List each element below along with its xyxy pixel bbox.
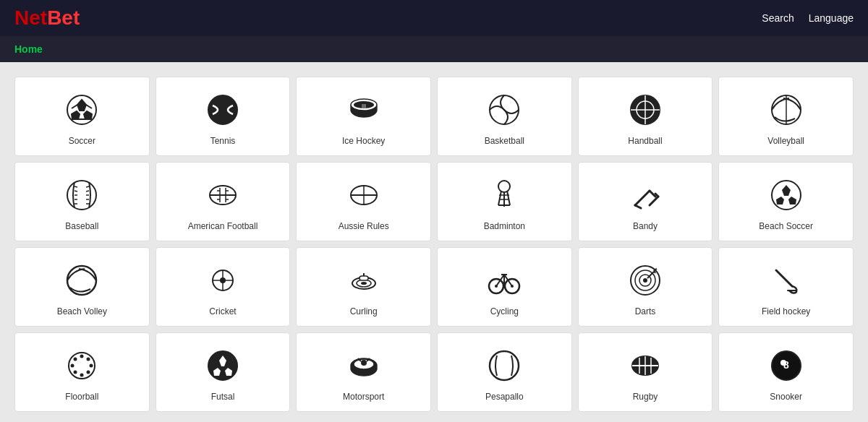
svg-text:8: 8 [783,359,789,371]
sport-label-field-hockey: Field hockey [762,306,810,316]
volleyball-icon [767,91,805,129]
baseball-icon [63,176,101,214]
logo-net: Net [14,7,47,29]
sport-card-curling[interactable]: Curling [296,247,431,327]
svg-point-80 [643,278,647,283]
svg-point-87 [74,358,77,361]
beach-volley-icon [63,262,101,299]
sport-card-cycling[interactable]: Cycling [437,247,572,327]
svg-line-84 [776,270,792,286]
sport-card-badminton[interactable]: Badminton [437,162,572,241]
sport-label-floorball: Floorball [65,392,98,402]
cycling-icon [485,262,523,299]
sport-card-aussie-rules[interactable]: Aussie Rules [296,162,431,241]
svg-point-92 [74,371,77,374]
site-logo[interactable]: NetBet [14,7,80,30]
cricket-icon [204,262,242,299]
sport-label-beach-soccer: Beach Soccer [759,221,813,231]
sports-grid: SoccerTennis|||Ice HockeyBasketballHandb… [14,77,854,412]
rugby-icon [626,347,664,384]
sport-card-futsal[interactable]: Futsal [156,332,291,412]
logo-bet: Bet [47,7,80,29]
sport-card-basketball[interactable]: Basketball [437,77,572,156]
svg-point-93 [80,374,84,377]
svg-point-91 [90,364,93,368]
sport-label-basketball: Basketball [485,136,524,146]
sport-card-cricket[interactable]: Cricket [156,247,291,327]
svg-line-52 [635,205,641,208]
sport-card-beach-soccer[interactable]: Beach Soccer [718,162,854,241]
basketball-icon [485,91,523,129]
svg-point-63 [220,277,226,283]
sport-card-american-football[interactable]: American Football [156,162,291,241]
bandy-icon [626,176,664,214]
snooker-icon: 8 [767,347,805,384]
darts-icon [626,262,664,299]
sport-card-rugby[interactable]: Rugby [578,332,713,412]
pesapallo-icon [485,347,523,384]
svg-point-105 [490,351,519,380]
header-nav: Search Language [762,12,854,24]
sport-card-handball[interactable]: Handball [578,77,713,156]
motorsport-icon [345,347,383,384]
svg-point-21 [67,181,96,210]
sport-card-snooker[interactable]: 8Snooker [718,332,854,412]
sport-label-beach-volley: Beach Volley [57,306,107,316]
sport-card-ice-hockey[interactable]: |||Ice Hockey [296,77,431,156]
svg-line-27 [86,186,89,187]
svg-point-89 [87,358,90,361]
sport-card-motorsport[interactable]: Motorsport [296,332,431,412]
home-link[interactable]: Home [14,43,43,55]
soccer-icon [63,91,101,129]
svg-rect-67 [359,276,368,280]
sport-card-bandy[interactable]: Bandy [578,162,713,241]
svg-line-50 [635,191,650,205]
sport-label-badminton: Badminton [484,221,525,231]
sport-card-soccer[interactable]: Soccer [14,77,150,156]
sport-label-snooker: Snooker [770,392,802,402]
site-header: NetBet Search Language [0,0,868,36]
sport-label-futsal: Futsal [211,392,235,402]
svg-point-9 [208,95,237,124]
sport-label-tennis: Tennis [210,136,236,146]
sport-card-pesapallo[interactable]: Pesapallo [437,332,572,412]
main-content: SoccerTennis|||Ice HockeyBasketballHandb… [0,62,868,422]
sport-label-baseball: Baseball [65,221,98,231]
svg-point-43 [498,181,510,192]
svg-line-44 [498,191,501,205]
svg-point-59 [67,266,96,295]
field-hockey-icon [767,262,805,299]
curling-icon [345,262,383,299]
sport-label-darts: Darts [635,306,656,316]
search-link[interactable]: Search [762,12,793,24]
sport-card-baseball[interactable]: Baseball [14,162,150,241]
sport-label-bandy: Bandy [633,221,658,231]
sport-card-beach-volley[interactable]: Beach Volley [14,247,150,327]
sport-card-field-hockey[interactable]: Field hockey [718,247,854,327]
sport-label-rugby: Rugby [633,392,658,402]
beach-soccer-icon [767,176,805,214]
sport-card-floorball[interactable]: Floorball [14,332,150,412]
svg-point-94 [87,371,90,374]
handball-icon [626,91,664,129]
sport-label-ice-hockey: Ice Hockey [342,136,385,146]
tennis-icon [204,91,242,129]
sport-label-cricket: Cricket [209,306,236,316]
sport-label-cycling: Cycling [490,306,519,316]
american-football-icon [204,176,242,214]
svg-text:|||: ||| [362,103,366,109]
sport-card-tennis[interactable]: Tennis [156,77,291,156]
svg-line-28 [86,191,89,191]
sport-label-motorsport: Motorsport [343,392,384,402]
sport-card-darts[interactable]: Darts [578,247,713,327]
svg-line-23 [75,191,77,191]
svg-point-90 [71,364,75,368]
floorball-icon [63,347,101,384]
sport-label-volleyball: Volleyball [767,136,804,146]
sport-card-volleyball[interactable]: Volleyball [718,77,854,156]
language-link[interactable]: Language [809,12,854,24]
sport-label-curling: Curling [350,306,378,316]
svg-line-53 [650,197,658,205]
badminton-icon [485,176,523,214]
svg-line-46 [507,191,510,205]
